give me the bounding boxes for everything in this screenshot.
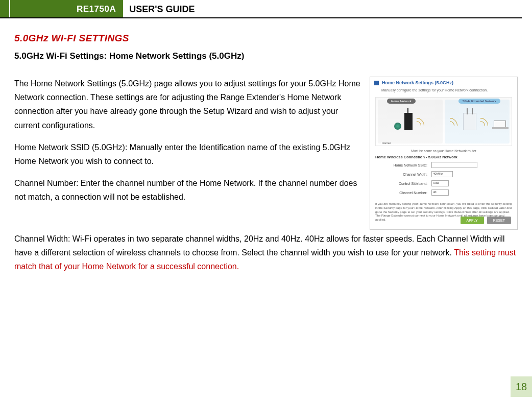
wifi-icon bbox=[449, 116, 460, 127]
paragraph-channel-width: Channel Width: Wi-Fi operates in two sep… bbox=[14, 232, 518, 274]
paragraph-channel-number: Channel Number: Enter the channel number… bbox=[14, 176, 360, 204]
network-diagram: Home Network Internet 5GHz Extended Netw… bbox=[375, 97, 512, 146]
figure-form: Home Network SSID: Channel Width: 40MHz … bbox=[375, 160, 512, 197]
section-subtitle: 5.0GHz Wi-Fi Settings: Home Network Sett… bbox=[14, 51, 518, 61]
square-bullet-icon bbox=[374, 81, 379, 85]
channel-number-label: Channel Number: bbox=[375, 191, 431, 195]
page-number-stripe bbox=[510, 18, 532, 376]
settings-screenshot: Home Network Settings (5.0GHz) Manually … bbox=[370, 77, 518, 230]
channel-width-text: Channel Width: Wi-Fi operates in two sep… bbox=[14, 234, 504, 257]
apply-button[interactable]: APPLY bbox=[461, 217, 484, 224]
laptop-icon bbox=[494, 121, 506, 128]
ssid-label: Home Network SSID: bbox=[375, 163, 431, 167]
figure-button-row: APPLY RESET bbox=[461, 217, 511, 224]
wifi-icon bbox=[416, 116, 427, 127]
sideband-label: Control Sideband: bbox=[375, 182, 431, 185]
product-name: RE1750A bbox=[10, 0, 123, 17]
channel-width-label: Channel Width: bbox=[375, 173, 431, 176]
ssid-input[interactable] bbox=[431, 162, 477, 168]
diagram-caption: Must be same as your Home Network router bbox=[375, 149, 512, 153]
internet-label: Internet bbox=[382, 141, 391, 145]
figure-title-row: Home Network Settings (5.0GHz) bbox=[370, 77, 517, 88]
wifi-icon bbox=[479, 116, 491, 127]
extended-network-box: 5GHz Extended Network bbox=[445, 100, 510, 144]
reset-button[interactable]: RESET bbox=[487, 217, 511, 224]
page-number: 18 bbox=[510, 376, 532, 397]
body-text-column: The Home Network Settings (5.0GHz) page … bbox=[14, 77, 360, 230]
globe-icon bbox=[394, 123, 401, 130]
guide-title: USER'S GUIDE bbox=[123, 0, 195, 17]
extender-icon bbox=[463, 113, 476, 130]
channel-number-select[interactable]: 40 bbox=[431, 189, 449, 196]
extended-network-pill: 5GHz Extended Network bbox=[458, 99, 500, 104]
header-accent bbox=[0, 0, 10, 17]
section-title: 5.0GHz WI-FI SETTINGS bbox=[14, 33, 518, 44]
connection-title: Home Wireless Connection - 5.0GHz Networ… bbox=[375, 155, 512, 159]
figure-subtitle: Manually configure the settings for your… bbox=[370, 88, 517, 95]
home-network-box: Home Network Internet bbox=[378, 100, 443, 144]
channel-width-select[interactable]: 40MHz bbox=[431, 171, 453, 177]
page-content: 5.0GHz WI-FI SETTINGS 5.0GHz Wi-Fi Setti… bbox=[0, 18, 532, 274]
paragraph-intro: The Home Network Settings (5.0GHz) page … bbox=[14, 77, 360, 132]
home-network-pill: Home Network bbox=[387, 99, 416, 104]
paragraph-ssid: Home Network SSID (5.0GHz): Manually ent… bbox=[14, 140, 360, 168]
figure-title: Home Network Settings (5.0GHz) bbox=[382, 80, 453, 85]
router-icon bbox=[404, 113, 413, 130]
sideband-select[interactable]: Auto bbox=[431, 180, 449, 186]
header-bar: RE1750A USER'S GUIDE bbox=[0, 0, 522, 18]
